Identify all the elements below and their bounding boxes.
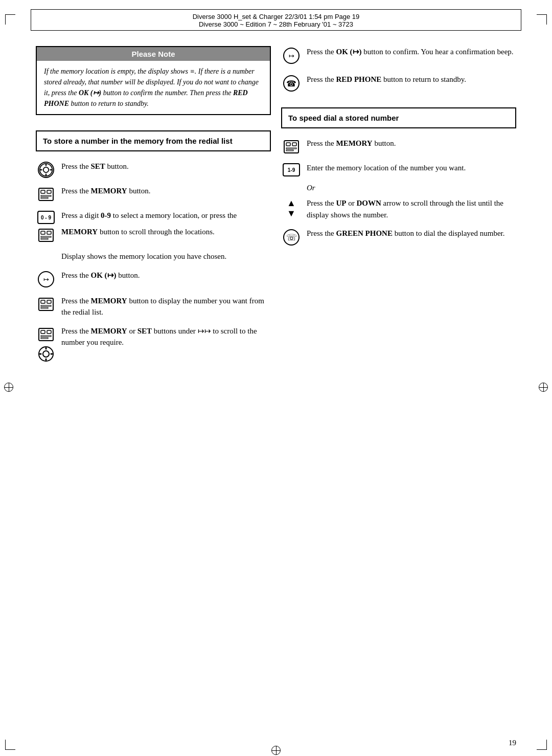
reg-mark-left [4, 383, 13, 392]
speed-updown-step: ▲ ▼ Press the UP or DOWN arrow to scroll… [281, 197, 516, 220]
right-redphone-row: ☎ Press the RED PHONE button to return t… [281, 74, 516, 92]
ok-icon: ↦ [36, 271, 56, 288]
svg-point-33 [43, 351, 49, 357]
svg-rect-25 [41, 305, 51, 306]
step-display-shows: Display shows the memory location you ha… [61, 251, 271, 262]
svg-rect-49 [286, 148, 296, 149]
main-content: Please Note If the memory location is em… [36, 46, 516, 369]
header-line2: Diverse 3000 ~ Edition 7 ~ 28th February… [36, 20, 516, 28]
crop-mark-tr [537, 14, 547, 25]
speed-greenphone-step: ☏ Press the GREEN PHONE button to dial t… [281, 228, 516, 246]
reg-mark-right [539, 383, 548, 392]
please-note-box: Please Note If the memory location is em… [36, 46, 271, 115]
step-memory1-text: Press the MEMORY button. [61, 185, 271, 197]
svg-text:☎: ☎ [286, 79, 296, 88]
step-memory-display-text: Press the MEMORY button to display the n… [61, 295, 271, 318]
step-set-text: Press the SET button. [61, 161, 271, 172]
step-memory-or-set-text: Press the MEMORY or SET buttons under ↦↦… [61, 325, 271, 348]
svg-rect-13 [41, 195, 51, 196]
right-ok-icon: ↦ [281, 47, 302, 64]
step-memory1: Press the MEMORY button. [36, 185, 271, 203]
crop-mark-br [537, 740, 547, 750]
svg-rect-19 [41, 238, 48, 239]
svg-rect-17 [47, 231, 51, 234]
svg-rect-50 [286, 150, 293, 151]
svg-rect-24 [47, 300, 51, 303]
speed-digits-icon: 1-9 [281, 163, 302, 176]
step-ok: ↦ Press the OK (↦) button. [36, 270, 271, 288]
page-header: Diverse 3000 H_set & Charger 22/3/01 1:5… [31, 9, 521, 31]
crop-mark-bl [5, 740, 15, 750]
svg-text:☏: ☏ [286, 233, 297, 242]
svg-rect-30 [41, 336, 51, 337]
speed-updown-icon: ▲ ▼ [281, 198, 302, 218]
svg-rect-18 [41, 236, 51, 237]
speed-memory-text: Press the MEMORY button. [307, 138, 516, 149]
page-container: Diverse 3000 H_set & Charger 22/3/01 1:5… [0, 9, 552, 756]
step-memory-display: Press the MEMORY button to display the n… [36, 295, 271, 318]
right-ok-text: Press the OK (↦) button to confirm. You … [307, 46, 516, 58]
reg-mark-bottom [271, 746, 281, 755]
svg-rect-12 [47, 190, 51, 193]
page-number: 19 [509, 739, 516, 747]
right-column: ↦ Press the OK (↦) button to confirm. Yo… [281, 46, 516, 369]
svg-text:↦: ↦ [43, 276, 49, 283]
digits-09-icon: 0 - 9 [36, 211, 56, 224]
svg-rect-14 [41, 197, 48, 198]
svg-rect-23 [41, 300, 45, 303]
step-digits09: 0 - 9 Press a digit 0-9 to select a memo… [36, 210, 271, 224]
speed-digits-text: Enter the memory location of the number … [307, 162, 516, 174]
svg-text:↦: ↦ [289, 52, 294, 60]
right-redphone-text: Press the RED PHONE button to return to … [307, 74, 516, 85]
crop-mark-tl [5, 14, 15, 25]
svg-rect-28 [41, 330, 45, 333]
speed-greenphone-text: Press the GREEN PHONE button to dial the… [307, 228, 516, 239]
memory-icon-3 [36, 296, 56, 313]
memory-icon-2 [36, 227, 56, 243]
step-memory-scroll-text: MEMORY button to scroll through the loca… [61, 226, 271, 238]
step-memory-scroll: MEMORY button to scroll through the loca… [36, 226, 271, 243]
svg-point-1 [43, 167, 49, 173]
speed-memory-icon [281, 139, 302, 155]
right-redphone-icon: ☎ [281, 75, 302, 92]
right-ok-row: ↦ Press the OK (↦) button to confirm. Yo… [281, 46, 516, 64]
please-note-header: Please Note [37, 47, 270, 61]
memory-icon-1 [36, 186, 56, 203]
step-digits09-text: Press a digit 0-9 to select a memory loc… [61, 210, 271, 221]
or-text: Or [307, 184, 516, 192]
section-store-header: To store a number in the memory from the… [36, 130, 271, 151]
svg-rect-48 [292, 143, 296, 146]
dual-icon-memory-set [36, 326, 56, 362]
please-note-body: If the memory location is empty, the dis… [37, 61, 270, 114]
header-line1: Diverse 3000 H_set & Charger 22/3/01 1:5… [36, 13, 516, 20]
step-memory-or-set: Press the MEMORY or SET buttons under ↦↦… [36, 325, 271, 362]
left-column: Please Note If the memory location is em… [36, 46, 271, 369]
speed-memory-step: Press the MEMORY button. [281, 138, 516, 155]
svg-rect-31 [41, 338, 48, 339]
speed-digits-step: 1-9 Enter the memory location of the num… [281, 162, 516, 176]
svg-rect-16 [41, 231, 45, 234]
step-set-button: Press the SET button. [36, 161, 271, 178]
svg-rect-47 [286, 143, 290, 146]
speed-updown-text: Press the UP or DOWN arrow to scroll thr… [307, 197, 516, 220]
svg-rect-11 [41, 190, 45, 193]
section-speed-dial-header: To speed dial a stored number [281, 107, 516, 128]
speed-greenphone-icon: ☏ [281, 229, 302, 246]
svg-rect-26 [41, 307, 48, 308]
step-ok-text: Press the OK (↦) button. [61, 270, 271, 281]
svg-rect-29 [47, 330, 51, 333]
set-icon [36, 162, 56, 178]
